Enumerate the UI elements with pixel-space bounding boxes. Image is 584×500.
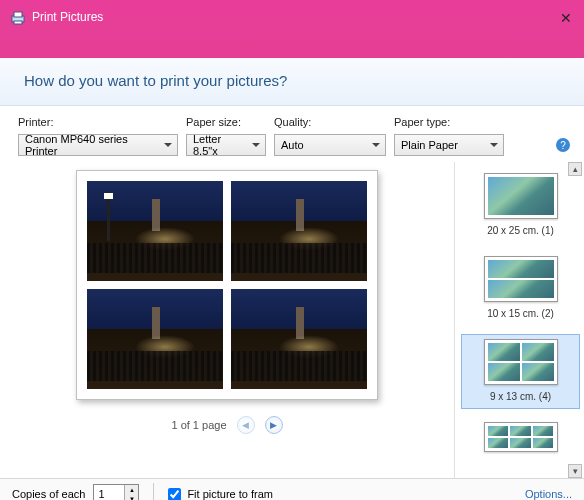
template-more[interactable] bbox=[461, 417, 580, 465]
divider bbox=[153, 483, 154, 500]
paper-size-label: Paper size: bbox=[186, 116, 266, 128]
spinner-down-icon[interactable]: ▼ bbox=[125, 494, 138, 500]
template-thumb bbox=[484, 256, 558, 302]
preview-photo bbox=[87, 181, 223, 281]
template-9x13[interactable]: 9 x 13 cm. (4) bbox=[461, 334, 580, 409]
chevron-left-icon: ◀ bbox=[242, 420, 249, 430]
header: How do you want to print your pictures? bbox=[0, 58, 584, 106]
pager: 1 of 1 page ◀ ▶ bbox=[171, 416, 282, 434]
scroll-up-button[interactable]: ▴ bbox=[568, 162, 582, 176]
pager-prev-button[interactable]: ◀ bbox=[237, 416, 255, 434]
printer-select[interactable]: Canon MP640 series Printer bbox=[18, 134, 178, 156]
template-20x25[interactable]: 20 x 25 cm. (1) bbox=[461, 168, 580, 243]
options-link[interactable]: Options... bbox=[525, 488, 572, 500]
spinner-up-icon[interactable]: ▲ bbox=[125, 485, 138, 494]
bottom-bar: Copies of each ▲▼ Fit picture to fram Op… bbox=[0, 478, 584, 500]
paper-type-label: Paper type: bbox=[394, 116, 504, 128]
window-title: Print Pictures bbox=[32, 10, 103, 24]
print-icon bbox=[10, 10, 26, 26]
copies-input[interactable] bbox=[94, 485, 124, 500]
help-icon[interactable]: ? bbox=[556, 138, 570, 152]
titlebar: Print Pictures ✕ bbox=[0, 0, 584, 58]
template-label: 9 x 13 cm. (4) bbox=[490, 391, 551, 402]
template-label: 10 x 15 cm. (2) bbox=[487, 308, 554, 319]
paper-size-select[interactable]: Letter 8.5"x bbox=[186, 134, 266, 156]
pager-next-button[interactable]: ▶ bbox=[265, 416, 283, 434]
preview-photo bbox=[87, 289, 223, 389]
header-question: How do you want to print your pictures? bbox=[24, 72, 560, 89]
close-icon[interactable]: ✕ bbox=[560, 10, 572, 26]
preview-sheet bbox=[76, 170, 378, 400]
preview-photo bbox=[231, 289, 367, 389]
printer-label: Printer: bbox=[18, 116, 178, 128]
quality-select[interactable]: Auto bbox=[274, 134, 386, 156]
template-thumb bbox=[484, 339, 558, 385]
svg-rect-2 bbox=[14, 21, 22, 24]
fit-checkbox-row[interactable]: Fit picture to fram bbox=[168, 488, 273, 501]
filter-row: Printer: Canon MP640 series Printer Pape… bbox=[0, 106, 584, 162]
copies-label: Copies of each bbox=[12, 488, 85, 500]
template-list: ▴ 20 x 25 cm. (1) 10 x 15 cm. (2) 9 x 13… bbox=[454, 162, 584, 478]
chevron-right-icon: ▶ bbox=[270, 420, 277, 430]
copies-spinner[interactable]: ▲▼ bbox=[93, 484, 139, 500]
preview-area: 1 of 1 page ◀ ▶ bbox=[0, 162, 454, 478]
svg-rect-1 bbox=[14, 12, 22, 17]
main-area: 1 of 1 page ◀ ▶ ▴ 20 x 25 cm. (1) 10 x 1… bbox=[0, 162, 584, 478]
template-thumb bbox=[484, 173, 558, 219]
paper-type-select[interactable]: Plain Paper bbox=[394, 134, 504, 156]
template-label: 20 x 25 cm. (1) bbox=[487, 225, 554, 236]
preview-photo bbox=[231, 181, 367, 281]
scroll-down-button[interactable]: ▾ bbox=[568, 464, 582, 478]
fit-label: Fit picture to fram bbox=[187, 488, 273, 500]
template-thumb bbox=[484, 422, 558, 452]
pager-text: 1 of 1 page bbox=[171, 419, 226, 431]
template-10x15[interactable]: 10 x 15 cm. (2) bbox=[461, 251, 580, 326]
fit-checkbox[interactable] bbox=[168, 488, 181, 501]
quality-label: Quality: bbox=[274, 116, 386, 128]
